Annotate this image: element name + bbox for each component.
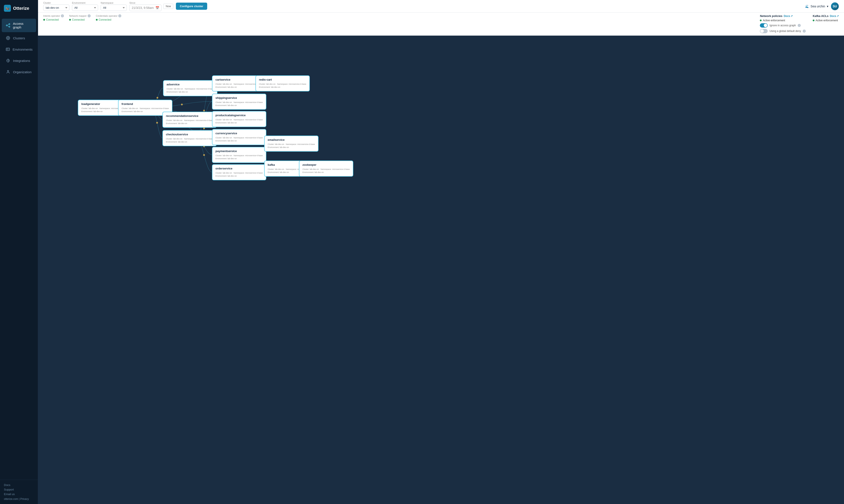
svg-point-26 (203, 127, 205, 129)
global-default-deny-toggle[interactable] (760, 29, 768, 33)
sidebar-item-label: Access graph (13, 22, 32, 29)
network-mapper-operator: Network mapper i Connected (69, 14, 91, 21)
credentials-operator: Credentials operator i Connected (96, 14, 122, 21)
email-link[interactable]: Email us (4, 492, 34, 496)
service-meta: Cluster: lab-dev-on Namespace: microserv… (259, 83, 306, 89)
service-node-currencyservice[interactable]: currencyservice Cluster: lab-dev-on Name… (212, 129, 266, 145)
service-meta: Cluster: lab-dev-on Namespace: microserv… (303, 168, 350, 174)
service-meta: Cluster: lab-dev-on Namespace: microserv… (216, 172, 263, 178)
status-dot (69, 19, 71, 21)
cluster-select[interactable]: lab-dev-on (43, 4, 69, 11)
svg-point-29 (203, 154, 205, 156)
service-node-redis-cart[interactable]: redis-cart Cluster: lab-dev-on Namespace… (256, 75, 310, 91)
second-bar: Intents operator i Connected Network map… (38, 13, 844, 36)
service-name: frontend (122, 102, 169, 106)
clusters-icon (6, 36, 11, 40)
sidebar-item-clusters[interactable]: Clusters (2, 33, 36, 43)
service-meta: Cluster: lab-dev-on Namespace: microserv… (167, 87, 214, 94)
graph-area[interactable]: loadgenerator Cluster: lab-dev-on Namesp… (38, 36, 844, 504)
app-logo: 🦦 Otterize (0, 0, 38, 17)
service-node-adservice[interactable]: adservice Cluster: lab-dev-on Namespace:… (163, 80, 218, 96)
network-mapper-status: Connected (69, 18, 91, 21)
sidebar-item-organization[interactable]: Organization (2, 67, 36, 77)
svg-rect-12 (7, 49, 8, 50)
date-input[interactable]: 21/3/23, 9:58am 📅 (130, 4, 161, 11)
service-name: shippingservice (216, 96, 263, 100)
svg-point-19 (156, 122, 158, 124)
service-meta: Cluster: lab-dev-on Namespace: microserv… (166, 137, 213, 144)
ignore-access-graph-toggle-row: Ignore in access graph i (760, 23, 806, 28)
kafka-acls-docs-link[interactable]: Docs ↗ (830, 15, 839, 18)
kafka-acls-title: Kafka ACLs Docs ↗ (813, 14, 839, 18)
service-meta: Cluster: lab-dev-on Namespace: microserv… (268, 143, 315, 149)
sidebar-item-access-graph[interactable]: Access graph (2, 19, 36, 32)
docs-link[interactable]: Docs (4, 483, 34, 487)
service-node-productcatalogservice[interactable]: productcatalogservice Cluster: lab-dev-o… (212, 111, 266, 127)
intents-operator: Intents operator i Connected (43, 14, 64, 21)
namespace-label: Namespace (101, 1, 127, 4)
calendar-icon: 📅 (155, 6, 159, 10)
sidebar-item-integrations[interactable]: Integrations (2, 55, 36, 66)
user-menu[interactable]: 🌊 Sea urchin ▾ (805, 4, 828, 8)
environment-filter: Environment All (72, 1, 98, 11)
info-icon[interactable]: i (798, 24, 801, 27)
external-link-icon: ↗ (837, 15, 839, 18)
info-icon[interactable]: i (88, 14, 91, 17)
service-node-checkoutservice[interactable]: checkoutservice Cluster: lab-dev-on Name… (162, 130, 217, 146)
user-icon: 🌊 (805, 4, 809, 8)
kafka-acls-enforcement: Active enforcement (813, 19, 839, 22)
global-default-deny-label: Using a global default deny (770, 30, 801, 33)
configure-cluster-button[interactable]: Configure cluster (176, 3, 207, 10)
ignore-access-graph-toggle[interactable] (760, 23, 768, 28)
support-link[interactable]: Support (4, 488, 34, 491)
network-policies-title: Network policies Docs ↗ (760, 14, 806, 18)
now-button[interactable]: Now (163, 4, 173, 9)
info-icon[interactable]: i (803, 30, 806, 33)
service-meta: Cluster: lab-dev-on Namespace: microserv… (216, 136, 263, 143)
service-node-recommendationservice[interactable]: recommendationservice Cluster: lab-dev-o… (162, 112, 217, 128)
svg-point-15 (7, 70, 9, 72)
environment-select[interactable]: All (72, 4, 98, 11)
service-node-emailservice[interactable]: emailservice Cluster: lab-dev-on Namespa… (264, 136, 318, 151)
network-policies-enforcement: Active enforcement (760, 19, 806, 22)
namespace-select[interactable]: All (101, 4, 127, 11)
service-node-zookeeper[interactable]: zookeeper Cluster: lab-dev-on Namespace:… (299, 161, 353, 177)
network-mapper-label: Network mapper i (69, 14, 91, 17)
sidebar-item-label: Organization (13, 70, 32, 74)
service-name: paymentservice (216, 149, 263, 153)
svg-point-6 (7, 37, 9, 39)
app-name: Otterize (13, 6, 29, 11)
svg-point-0 (6, 25, 7, 26)
service-node-shippingservice[interactable]: shippingservice Cluster: lab-dev-on Name… (212, 94, 266, 110)
enforcement-dot (813, 20, 814, 21)
service-meta: Cluster: lab-dev-on Namespace: microserv… (216, 101, 263, 107)
avatar[interactable]: SU (831, 2, 839, 10)
svg-point-1 (9, 24, 10, 25)
info-icon[interactable]: i (61, 14, 64, 17)
service-name: adservice (167, 83, 214, 86)
username: Sea urchin (810, 4, 825, 8)
cluster-label: Cluster (43, 1, 69, 4)
operators-row: Intents operator i Connected Network map… (43, 14, 121, 21)
service-node-orderservice[interactable]: orderservice Cluster: lab-dev-on Namespa… (212, 164, 266, 180)
topbar-right: 🌊 Sea urchin ▾ SU (805, 2, 839, 10)
organization-icon (6, 70, 11, 74)
network-policies-docs-link[interactable]: Docs ↗ (784, 15, 793, 18)
sidebar-item-environments[interactable]: Environments (2, 44, 36, 55)
info-icon[interactable]: i (118, 14, 121, 17)
main-content: Cluster lab-dev-on Environment All Names… (38, 0, 844, 504)
service-meta: Cluster: lab-dev-on Namespace: microserv… (122, 107, 169, 113)
svg-point-24 (203, 110, 205, 111)
service-name: productcatalogservice (216, 114, 263, 117)
svg-point-2 (9, 26, 10, 28)
service-name: redis-cart (259, 78, 306, 81)
kafka-acls-section: Kafka ACLs Docs ↗ Active enforcement (813, 14, 839, 22)
service-node-paymentservice[interactable]: paymentservice Cluster: lab-dev-on Names… (212, 147, 266, 163)
service-meta: Cluster: lab-dev-on Namespace: microserv… (216, 154, 263, 160)
graph-icon (6, 23, 10, 28)
credentials-label: Credentials operator i (96, 14, 122, 17)
global-default-deny-toggle-row: Using a global default deny i (760, 29, 806, 33)
footer-links: otterize.com | Privacy (4, 498, 34, 501)
sidebar-footer: Docs Support Email us otterize.com | Pri… (0, 480, 38, 504)
environments-icon (6, 47, 10, 52)
